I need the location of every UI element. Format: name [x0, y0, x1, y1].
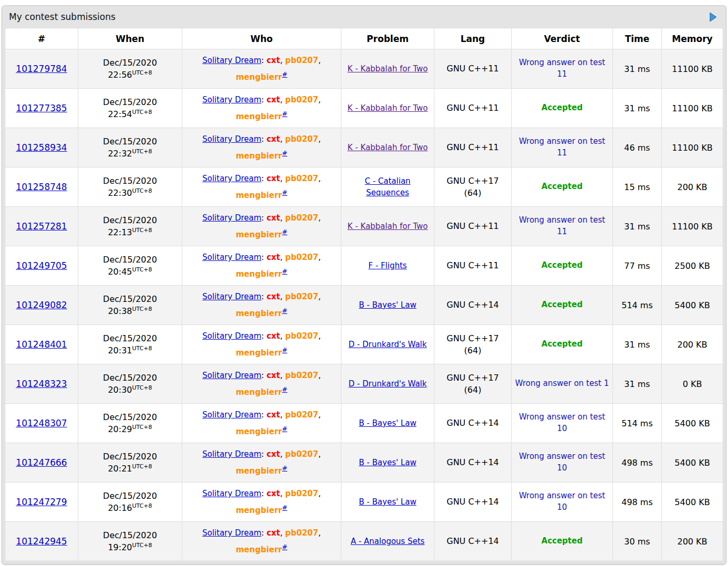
- member-handle[interactable]: cxt: [266, 253, 280, 262]
- verdict-text[interactable]: Wrong answer on test 10: [519, 452, 605, 473]
- team-hash-link[interactable]: #: [282, 71, 287, 78]
- problem-link[interactable]: B - Bayes' Law: [359, 418, 416, 428]
- member-handle[interactable]: cxt: [266, 213, 280, 223]
- problem-link[interactable]: K - Kabbalah for Two: [348, 222, 428, 231]
- member-handle[interactable]: cxt: [266, 292, 280, 301]
- verdict-text[interactable]: Wrong answer on test 11: [519, 58, 605, 79]
- submission-id-link[interactable]: 101248307: [16, 418, 67, 428]
- team-hash-link[interactable]: #: [282, 543, 287, 551]
- problem-link[interactable]: B - Bayes' Law: [359, 300, 416, 310]
- problem-link[interactable]: C - Catalian Sequences: [365, 176, 410, 198]
- member-handle[interactable]: pb0207: [285, 253, 318, 262]
- verdict-text[interactable]: Wrong answer on test 10: [519, 412, 605, 433]
- member-handle[interactable]: mengbierr: [236, 427, 282, 436]
- submission-id-link[interactable]: 101258934: [16, 142, 67, 153]
- member-handle[interactable]: pb0207: [285, 213, 318, 223]
- verdict-text[interactable]: Accepted: [542, 300, 583, 309]
- member-handle[interactable]: pb0207: [285, 489, 318, 498]
- member-handle[interactable]: pb0207: [285, 95, 318, 104]
- member-handle[interactable]: mengbierr: [236, 112, 282, 121]
- team-hash-link[interactable]: #: [282, 465, 287, 472]
- submission-id-link[interactable]: 101242945: [16, 536, 67, 547]
- team-hash-link[interactable]: #: [282, 110, 287, 118]
- team-link[interactable]: Solitary Dream: [202, 489, 261, 498]
- team-link[interactable]: Solitary Dream: [202, 528, 261, 538]
- team-link[interactable]: Solitary Dream: [202, 56, 261, 65]
- team-hash-link[interactable]: #: [282, 150, 287, 157]
- submission-id-link[interactable]: 101249082: [16, 300, 67, 310]
- member-handle[interactable]: mengbierr: [236, 506, 282, 515]
- submission-id-link[interactable]: 101248323: [16, 379, 67, 389]
- verdict-text[interactable]: Accepted: [542, 103, 583, 112]
- team-link[interactable]: Solitary Dream: [202, 95, 261, 104]
- team-hash-link[interactable]: #: [282, 425, 287, 433]
- problem-link[interactable]: D - Drunkard's Walk: [349, 340, 427, 349]
- verdict-text[interactable]: Wrong answer on test 11: [519, 137, 605, 158]
- expand-arrow-icon[interactable]: [709, 12, 717, 22]
- team-hash-link[interactable]: #: [282, 307, 287, 315]
- submission-id-link[interactable]: 101257281: [16, 221, 67, 232]
- team-link[interactable]: Solitary Dream: [202, 174, 261, 183]
- team-hash-link[interactable]: #: [282, 386, 287, 393]
- team-hash-link[interactable]: #: [282, 189, 287, 196]
- member-handle[interactable]: cxt: [266, 134, 280, 144]
- member-handle[interactable]: pb0207: [285, 449, 318, 459]
- verdict-text[interactable]: Accepted: [542, 182, 583, 191]
- member-handle[interactable]: pb0207: [285, 371, 318, 380]
- problem-link[interactable]: A - Analogous Sets: [351, 537, 425, 546]
- member-handle[interactable]: mengbierr: [236, 151, 282, 161]
- submission-id-link[interactable]: 101248401: [16, 339, 67, 350]
- problem-link[interactable]: D - Drunkard's Walk: [349, 379, 427, 389]
- member-handle[interactable]: pb0207: [285, 292, 318, 301]
- member-handle[interactable]: mengbierr: [236, 269, 282, 279]
- member-handle[interactable]: cxt: [266, 174, 280, 183]
- member-handle[interactable]: mengbierr: [236, 72, 282, 82]
- team-link[interactable]: Solitary Dream: [202, 292, 261, 301]
- problem-link[interactable]: K - Kabbalah for Two: [348, 143, 428, 152]
- member-handle[interactable]: mengbierr: [236, 191, 282, 200]
- member-handle[interactable]: cxt: [266, 528, 280, 538]
- member-handle[interactable]: mengbierr: [236, 387, 282, 397]
- team-link[interactable]: Solitary Dream: [202, 213, 261, 223]
- member-handle[interactable]: cxt: [266, 410, 280, 420]
- submission-id-link[interactable]: 101247279: [16, 497, 67, 507]
- member-handle[interactable]: pb0207: [285, 134, 318, 144]
- team-hash-link[interactable]: #: [282, 347, 287, 354]
- verdict-text[interactable]: Wrong answer on test 10: [519, 491, 605, 512]
- problem-link[interactable]: B - Bayes' Law: [359, 458, 416, 467]
- submission-id-link[interactable]: 101249705: [16, 260, 67, 271]
- member-handle[interactable]: pb0207: [285, 56, 318, 65]
- member-handle[interactable]: cxt: [266, 331, 280, 341]
- team-link[interactable]: Solitary Dream: [202, 449, 261, 459]
- member-handle[interactable]: cxt: [266, 371, 280, 380]
- submission-id-link[interactable]: 101258748: [16, 182, 67, 192]
- problem-link[interactable]: K - Kabbalah for Two: [348, 103, 428, 113]
- problem-link[interactable]: F - Flights: [368, 261, 407, 270]
- submission-id-link[interactable]: 101247666: [16, 457, 67, 468]
- member-handle[interactable]: cxt: [266, 449, 280, 459]
- member-handle[interactable]: pb0207: [285, 410, 318, 420]
- member-handle[interactable]: cxt: [266, 95, 280, 104]
- member-handle[interactable]: mengbierr: [236, 466, 282, 476]
- member-handle[interactable]: mengbierr: [236, 309, 282, 318]
- team-link[interactable]: Solitary Dream: [202, 410, 261, 420]
- team-hash-link[interactable]: #: [282, 504, 287, 511]
- verdict-text[interactable]: Wrong answer on test 1: [515, 379, 609, 388]
- member-handle[interactable]: mengbierr: [236, 230, 282, 239]
- member-handle[interactable]: mengbierr: [236, 545, 282, 554]
- team-link[interactable]: Solitary Dream: [202, 331, 261, 341]
- team-link[interactable]: Solitary Dream: [202, 371, 261, 380]
- verdict-text[interactable]: Accepted: [542, 260, 583, 270]
- submission-id-link[interactable]: 101279784: [16, 64, 67, 74]
- verdict-text[interactable]: Accepted: [542, 536, 583, 546]
- problem-link[interactable]: B - Bayes' Law: [359, 497, 416, 507]
- member-handle[interactable]: pb0207: [285, 528, 318, 538]
- team-link[interactable]: Solitary Dream: [202, 253, 261, 262]
- member-handle[interactable]: cxt: [266, 489, 280, 498]
- member-handle[interactable]: mengbierr: [236, 348, 282, 358]
- problem-link[interactable]: K - Kabbalah for Two: [348, 64, 428, 74]
- verdict-text[interactable]: Wrong answer on test 11: [519, 215, 605, 236]
- member-handle[interactable]: pb0207: [285, 331, 318, 341]
- team-hash-link[interactable]: #: [282, 228, 287, 236]
- verdict-text[interactable]: Accepted: [542, 339, 583, 349]
